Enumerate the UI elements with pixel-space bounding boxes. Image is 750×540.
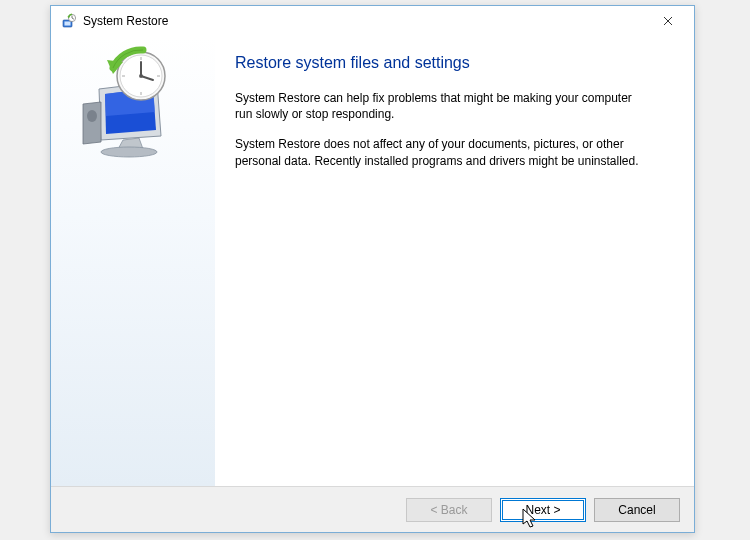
close-button[interactable]: [648, 9, 688, 33]
close-icon: [663, 16, 673, 26]
main-panel: Restore system files and settings System…: [215, 36, 694, 486]
description-2: System Restore does not affect any of yo…: [235, 136, 645, 168]
cancel-button[interactable]: Cancel: [594, 498, 680, 522]
page-heading: Restore system files and settings: [235, 54, 666, 72]
content-area: Restore system files and settings System…: [51, 36, 694, 486]
restore-illustration: [79, 44, 189, 162]
back-button: < Back: [406, 498, 492, 522]
system-restore-dialog: System Restore: [50, 5, 695, 533]
titlebar: System Restore: [51, 6, 694, 36]
wizard-footer: < Back Next > Cancel: [51, 486, 694, 532]
restore-icon: [61, 13, 77, 29]
window-title: System Restore: [83, 14, 648, 28]
wizard-sidebar: [51, 36, 215, 486]
svg-point-4: [87, 110, 97, 122]
svg-point-3: [101, 147, 157, 157]
next-button[interactable]: Next >: [500, 498, 586, 522]
description-1: System Restore can help fix problems tha…: [235, 90, 645, 122]
svg-rect-1: [65, 22, 71, 26]
